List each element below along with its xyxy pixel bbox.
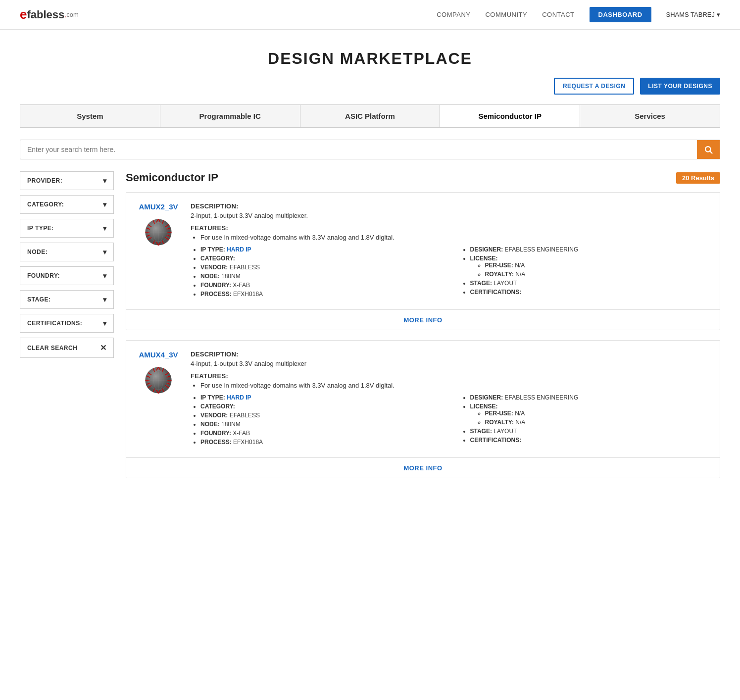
node-row: NODE: 180NM [200, 421, 441, 428]
card-thumbnail: AMUX2_3V [136, 202, 181, 300]
clear-search-button[interactable]: CLEAR SEARCH ✕ [20, 338, 114, 358]
per-use-label: PER-USE: [485, 262, 513, 269]
stage-label: STAGE: [470, 428, 492, 435]
chevron-down-icon: ▾ [103, 177, 107, 185]
filter-provider[interactable]: PROVIDER: ▾ [20, 171, 114, 190]
per-use-value: N/A [515, 410, 525, 417]
more-info-bar[interactable]: MORE INFO [126, 457, 720, 478]
process-label: PROCESS: [200, 439, 232, 446]
logo-text: fabless [27, 8, 64, 21]
vendor-row: VENDOR: EFABLESS [200, 264, 441, 271]
designer-row: DESIGNER: EFABLESS ENGINEERING [470, 246, 710, 253]
vendor-label: VENDOR: [200, 412, 228, 419]
chevron-down-icon: ▾ [103, 248, 107, 256]
detail-list-left: IP TYPE: HARD IP CATEGORY: VENDOR: [200, 246, 441, 298]
result-card: AMUX2_3V [126, 192, 720, 330]
designer-value: EFABLESS ENGINEERING [505, 246, 579, 253]
svg-line-1 [710, 151, 712, 153]
logo: e fabless . com [20, 7, 79, 22]
stage-value: LAYOUT [493, 428, 517, 435]
user-menu[interactable]: SHAMS TABREJ ▾ [666, 11, 720, 18]
detail-list-right: DESIGNER: EFABLESS ENGINEERING LICENSE: … [470, 394, 710, 444]
process-row: PROCESS: EFXH018A [200, 439, 441, 446]
filter-ip-type[interactable]: IP TYPE: ▾ [20, 219, 114, 238]
chevron-down-icon: ▾ [103, 272, 107, 280]
tab-programmable-ic[interactable]: Programmable IC [160, 105, 300, 127]
card-title-link[interactable]: AMUX4_3V [139, 350, 178, 359]
node-row: NODE: 180NM [200, 273, 441, 280]
nav-community[interactable]: COMMUNITY [485, 11, 527, 18]
royalty-label: ROYALTY: [485, 271, 514, 278]
card-col-left: IP TYPE: HARD IP CATEGORY: VENDOR: [191, 394, 441, 448]
card-info: DESCRIPTION: 4-input, 1-output 3.3V anal… [191, 350, 710, 448]
features-list: For use in mixed-voltage domains with 3.… [200, 234, 710, 241]
card-info: DESCRIPTION: 2-input, 1-output 3.3V anal… [191, 202, 710, 300]
ip-type-value: HARD IP [227, 394, 251, 401]
filter-category[interactable]: CATEGORY: ▾ [20, 195, 114, 214]
feature-item: For use in mixed-voltage domains with 3.… [200, 234, 710, 241]
user-name: SHAMS TABREJ [666, 11, 715, 18]
royalty-row: ROYALTY: N/A [485, 271, 710, 278]
filter-foundry[interactable]: FOUNDRY: ▾ [20, 266, 114, 285]
results-section-title: Semiconductor IP [126, 171, 218, 184]
dashboard-button[interactable]: DASHBOARD [590, 7, 651, 22]
card-title-link[interactable]: AMUX2_3V [139, 202, 178, 211]
card-details: IP TYPE: HARD IP CATEGORY: VENDOR: [191, 394, 710, 448]
vendor-row: VENDOR: EFABLESS [200, 412, 441, 419]
page-title: DESIGN MARKETPLACE [20, 50, 720, 68]
designer-label: DESIGNER: [470, 246, 503, 253]
logo-e-letter: e [20, 7, 27, 22]
license-label: LICENSE: [470, 255, 498, 262]
filter-category-label: CATEGORY: [27, 201, 64, 208]
process-value: EFXH018A [233, 439, 263, 446]
filter-node[interactable]: NODE: ▾ [20, 243, 114, 261]
chevron-down-icon: ▾ [103, 200, 107, 208]
filter-stage-label: STAGE: [27, 296, 50, 303]
tab-services[interactable]: Services [580, 105, 720, 127]
tab-semiconductor-ip[interactable]: Semiconductor IP [440, 105, 580, 127]
category-tabs: System Programmable IC ASIC Platform Sem… [20, 104, 720, 128]
detail-list-left: IP TYPE: HARD IP CATEGORY: VENDOR: [200, 394, 441, 446]
certifications-label: CERTIFICATIONS: [470, 437, 522, 444]
card-col-right: DESIGNER: EFABLESS ENGINEERING LICENSE: … [460, 246, 710, 300]
node-value: 180NM [221, 421, 241, 428]
royalty-value: N/A [515, 419, 525, 426]
designer-row: DESIGNER: EFABLESS ENGINEERING [470, 394, 710, 401]
more-info-bar[interactable]: MORE INFO [126, 309, 720, 330]
card-thumbnail: AMUX4_3V [136, 350, 181, 448]
request-design-button[interactable]: REQUEST A DESIGN [554, 78, 634, 95]
filter-stage[interactable]: STAGE: ▾ [20, 290, 114, 309]
features-label: FEATURES: [191, 372, 710, 380]
search-button[interactable] [697, 140, 720, 159]
detail-list-right: DESIGNER: EFABLESS ENGINEERING LICENSE: … [470, 246, 710, 296]
license-row: LICENSE: PER-USE: N/A ROYALTY: [470, 403, 710, 426]
chevron-down-icon: ▾ [103, 296, 107, 303]
license-sub-list: PER-USE: N/A ROYALTY: N/A [478, 262, 710, 278]
nav-company[interactable]: COMPANY [437, 11, 470, 18]
results-count-badge: 20 Results [676, 172, 720, 184]
filter-certifications-label: CERTIFICATIONS: [27, 320, 82, 327]
product-thumbnail-image [141, 215, 176, 250]
per-use-value: N/A [515, 262, 525, 269]
filter-certifications[interactable]: CERTIFICATIONS: ▾ [20, 314, 114, 333]
tab-asic-platform[interactable]: ASIC Platform [300, 105, 441, 127]
sidebar: PROVIDER: ▾ CATEGORY: ▾ IP TYPE: ▾ NODE:… [20, 171, 114, 363]
license-label: LICENSE: [470, 403, 498, 410]
nav-contact[interactable]: CONTACT [542, 11, 574, 18]
header: e fabless . com COMPANY COMMUNITY CONTAC… [0, 0, 740, 30]
filter-provider-label: PROVIDER: [27, 177, 62, 184]
product-thumbnail-image [141, 363, 176, 398]
more-info-link[interactable]: MORE INFO [403, 464, 442, 472]
list-designs-button[interactable]: LIST YOUR DESIGNS [640, 78, 720, 95]
results-area: Semiconductor IP 20 Results AMUX2_3V [126, 171, 720, 488]
search-input[interactable] [20, 141, 697, 158]
foundry-label: FOUNDRY: [200, 430, 231, 437]
tab-system[interactable]: System [20, 105, 160, 127]
foundry-value: X-FAB [233, 430, 250, 437]
certifications-row: CERTIFICATIONS: [470, 437, 710, 444]
description-label: DESCRIPTION: [191, 202, 710, 210]
foundry-value: X-FAB [233, 282, 250, 289]
more-info-link[interactable]: MORE INFO [403, 316, 442, 324]
description-label: DESCRIPTION: [191, 350, 710, 358]
vendor-value: EFABLESS [230, 264, 260, 271]
